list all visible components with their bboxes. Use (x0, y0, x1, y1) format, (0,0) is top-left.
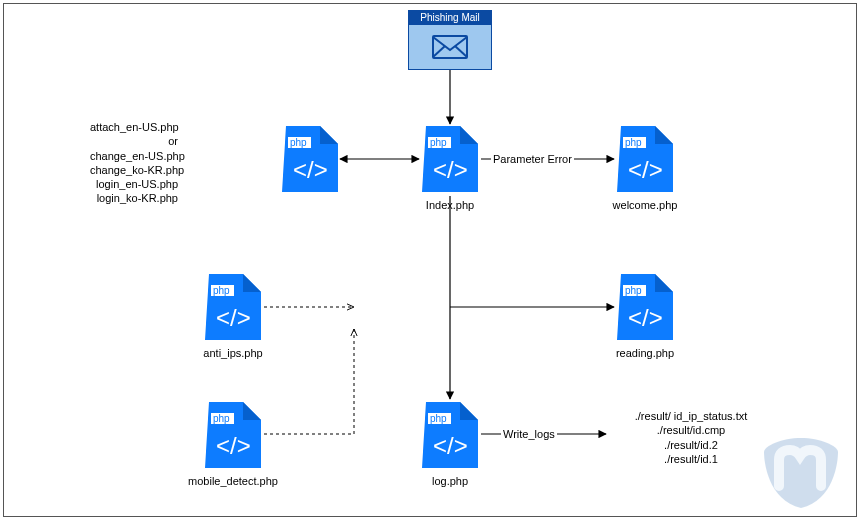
label-anti-ips: anti_ips.php (203, 346, 262, 360)
result-paths: ./result/ id_ip_status.txt ./result/id.c… (616, 409, 766, 466)
svg-rect-10 (433, 36, 467, 58)
diagram-frame: php </> (3, 3, 857, 517)
label-index: Index.php (426, 198, 474, 212)
watermark-logo (756, 430, 846, 510)
attach-file-list: attach_en-US.php or change_en-US.php cha… (90, 120, 178, 206)
mail-icon (432, 35, 468, 59)
php-file-index (422, 126, 478, 192)
phishing-mail-box: Phishing Mail (408, 10, 492, 70)
label-reading: reading.php (616, 346, 674, 360)
php-file-log (422, 402, 478, 468)
phishing-mail-label: Phishing Mail (409, 11, 491, 25)
php-file-reading (617, 274, 673, 340)
edge-label-parameter-error: Parameter Error (491, 152, 574, 166)
phishing-mail-body (409, 25, 491, 69)
svg-line-12 (455, 46, 467, 57)
edge-label-write-logs: Write_logs (501, 427, 557, 441)
svg-line-11 (433, 46, 445, 57)
label-log: log.php (432, 474, 468, 488)
php-file-anti-ips (205, 274, 261, 340)
label-welcome: welcome.php (613, 198, 678, 212)
php-file-attach (282, 126, 338, 192)
php-file-welcome (617, 126, 673, 192)
label-mobile-detect: mobile_detect.php (188, 474, 278, 488)
php-file-mobile-detect (205, 402, 261, 468)
